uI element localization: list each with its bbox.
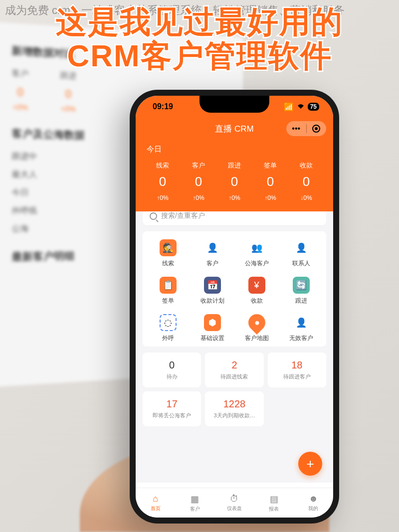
close-icon <box>312 125 320 133</box>
nav-dashboard[interactable]: ⏱仪表盘 <box>214 488 254 518</box>
module-label: 收款计划 <box>200 297 224 305</box>
stat-pct: ↑0% <box>216 194 252 201</box>
stat-label: 收款 <box>288 161 324 170</box>
status-time: 09:19 <box>153 102 173 111</box>
stat-label: 签单 <box>252 161 288 170</box>
stat-item-客户[interactable]: 客户0↑0% <box>181 161 216 201</box>
module-outbound[interactable]: ◌外呼 <box>147 314 189 343</box>
stat-pct: ↓0% <box>288 194 324 201</box>
desktop-col-value: 0 <box>60 87 76 101</box>
module-customer[interactable]: 👤客户 <box>191 239 233 268</box>
task-card[interactable]: 12283天内到期收款… <box>205 391 263 426</box>
module-invalid[interactable]: 👤无效客户 <box>280 314 322 343</box>
module-contact[interactable]: 👤联系人 <box>280 239 322 268</box>
customers-icon: ▦ <box>191 494 199 505</box>
stats-day-label[interactable]: 今日 <box>145 145 324 154</box>
task-card[interactable]: 0待办 <box>143 353 201 387</box>
stat-pct: ↑0% <box>252 194 288 201</box>
nav-label: 报表 <box>269 506 279 513</box>
module-label: 客户地图 <box>245 334 269 343</box>
stat-pct: ↑0% <box>181 194 216 201</box>
task-num: 18 <box>271 359 323 371</box>
headline-line: CRM客户管理软件 <box>0 39 399 73</box>
reports-icon: ▤ <box>270 494 278 505</box>
stat-label: 客户 <box>181 161 216 170</box>
nav-reports[interactable]: ▤报表 <box>254 488 294 518</box>
task-card[interactable]: 17即将丢公海客户 <box>143 391 201 426</box>
miniprogram-header: 直播 CRM ••• <box>136 118 333 140</box>
module-label: 签单 <box>162 297 174 305</box>
desktop-col-pct: +0% <box>60 105 76 113</box>
desktop-col-value: 0 <box>11 85 28 99</box>
desktop-col-pct: +0% <box>11 103 28 112</box>
stat-value: 0 <box>145 174 181 189</box>
task-grid: 0待办2待跟进线索18待跟进客户 <box>143 353 326 387</box>
headline-line: 这是我见过最好用的 <box>0 5 399 39</box>
app-title: 直播 CRM <box>215 123 253 135</box>
search-icon <box>150 212 157 220</box>
stat-value: 0 <box>181 174 216 189</box>
task-num: 2 <box>208 359 260 371</box>
public-customer-icon: 👥 <box>248 239 265 256</box>
outbound-icon: ◌ <box>160 314 177 331</box>
battery-indicator: 75 <box>308 103 319 111</box>
nav-customers[interactable]: ▦客户 <box>175 488 214 518</box>
module-label: 外呼 <box>162 334 174 343</box>
capsule-close-button[interactable] <box>307 125 327 133</box>
task-card[interactable]: 18待跟进客户 <box>268 353 326 387</box>
invalid-icon: 👤 <box>293 314 310 331</box>
module-sign[interactable]: 📋签单 <box>147 277 189 305</box>
nav-label: 仪表盘 <box>227 505 242 512</box>
module-label: 联系人 <box>292 259 310 268</box>
module-label: 线索 <box>162 259 174 268</box>
task-num: 1228 <box>208 398 260 410</box>
payment-plan-icon: 📅 <box>204 277 221 294</box>
nav-me[interactable]: ☻我的 <box>294 488 333 518</box>
module-grid: 🕵线索👤客户👥公海客户👤联系人📋签单📅收款计划¥收款🔄跟进◌外呼⬢基础设置●客户… <box>143 231 326 347</box>
phone-notch <box>200 96 269 113</box>
followup-icon: 🔄 <box>293 277 310 294</box>
bottom-nav: ⌂首页▦客户⏱仪表盘▤报表☻我的 <box>136 488 333 518</box>
stat-value: 0 <box>252 174 288 189</box>
module-followup[interactable]: 🔄跟进 <box>280 277 322 305</box>
module-settings[interactable]: ⬢基础设置 <box>191 314 233 343</box>
miniprogram-capsule: ••• <box>286 121 326 136</box>
module-payment-plan[interactable]: 📅收款计划 <box>191 277 233 305</box>
home-icon: ⌂ <box>153 494 158 504</box>
phone-screen: 09:19 📶 75 直播 CRM ••• 今日 线索0↑0%客户0↑0%跟进0… <box>136 96 333 518</box>
customer-icon: 👤 <box>204 239 221 256</box>
stat-item-签单[interactable]: 签单0↑0% <box>252 161 288 201</box>
add-button[interactable]: + <box>298 452 322 476</box>
task-num: 17 <box>146 398 198 410</box>
contact-icon: 👤 <box>293 239 310 256</box>
nav-label: 客户 <box>190 506 200 513</box>
task-grid: 17即将丢公海客户12283天内到期收款… <box>143 391 326 426</box>
task-label: 待跟进客户 <box>271 373 323 380</box>
stat-item-跟进[interactable]: 跟进0↑0% <box>216 161 252 201</box>
capsule-menu-button[interactable]: ••• <box>286 124 306 133</box>
search-placeholder: 搜索/查重客户 <box>161 211 205 220</box>
stat-item-收款[interactable]: 收款0↓0% <box>288 161 324 201</box>
task-card[interactable]: 2待跟进线索 <box>205 353 263 387</box>
promo-headline: 这是我见过最好用的 CRM客户管理软件 <box>0 5 399 73</box>
module-payment[interactable]: ¥收款 <box>235 277 278 305</box>
stat-label: 线索 <box>145 161 181 170</box>
task-label: 3天内到期收款… <box>208 412 260 419</box>
module-label: 公海客户 <box>245 259 269 268</box>
nav-home[interactable]: ⌂首页 <box>136 488 175 518</box>
module-label: 无效客户 <box>289 334 313 343</box>
task-label: 即将丢公海客户 <box>146 412 198 419</box>
search-box[interactable]: 搜索/查重客户 <box>143 211 326 225</box>
stat-value: 0 <box>216 174 252 189</box>
stat-item-线索[interactable]: 线索0↑0% <box>145 161 181 201</box>
task-num: 0 <box>146 359 198 371</box>
module-public-customer[interactable]: 👥公海客户 <box>235 239 278 268</box>
lead-icon: 🕵 <box>160 239 177 256</box>
payment-icon: ¥ <box>248 277 265 294</box>
nav-label: 我的 <box>308 505 318 512</box>
module-label: 客户 <box>206 259 218 268</box>
module-customer-map[interactable]: ●客户地图 <box>235 314 278 343</box>
signal-icon: 📶 <box>284 102 294 112</box>
module-lead[interactable]: 🕵线索 <box>147 239 189 268</box>
sign-icon: 📋 <box>160 277 177 294</box>
